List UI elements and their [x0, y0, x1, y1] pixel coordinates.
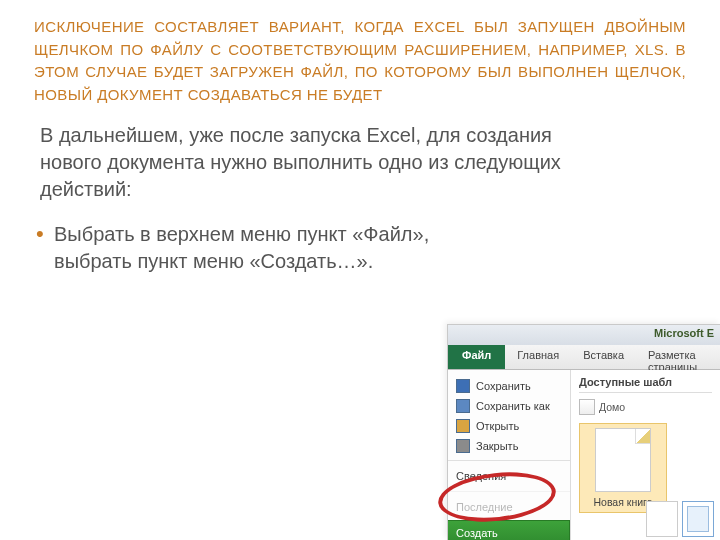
ribbon-tab-insert[interactable]: Вставка [571, 345, 636, 369]
menu-save[interactable]: Сохранить [448, 376, 570, 396]
menu-open[interactable]: Открыть [448, 416, 570, 436]
document-icon [595, 428, 651, 492]
menu-save-as[interactable]: Сохранить как [448, 396, 570, 416]
menu-info[interactable]: Сведения [448, 460, 570, 487]
slide: ИСКЛЮЧЕНИЕ СОСТАВЛЯЕТ ВАРИАНТ, КОГДА EXC… [0, 0, 720, 540]
ribbon-tab-home[interactable]: Главная [505, 345, 571, 369]
template-tile-new-workbook[interactable]: Новая книга [579, 423, 667, 513]
menu-label: Сохранить [476, 380, 531, 392]
breadcrumb-label: Домо [599, 401, 625, 413]
menu-label: Открыть [476, 420, 519, 432]
templates-header: Доступные шабл [579, 376, 712, 393]
menu-label: Сохранить как [476, 400, 550, 412]
intro-paragraph: В дальнейшем, уже после запуска Excel, д… [40, 122, 600, 203]
template-thumb[interactable] [646, 501, 678, 537]
excel-screenshot: Microsoft E Файл Главная Вставка Разметк… [447, 324, 720, 540]
backstage-menu: Сохранить Сохранить как Открыть Закрыть … [448, 370, 571, 540]
template-thumbs [646, 501, 714, 537]
ribbon-tab-file[interactable]: Файл [448, 345, 505, 369]
menu-label: Сведения [456, 470, 506, 482]
ribbon-tabs: Файл Главная Вставка Разметка страницы [448, 345, 720, 370]
menu-create[interactable]: Создать [448, 520, 570, 540]
ribbon-tab-page-layout[interactable]: Разметка страницы [636, 345, 720, 369]
home-icon[interactable] [579, 399, 595, 415]
save-as-icon [456, 399, 470, 413]
menu-label: Последние [456, 501, 513, 513]
menu-label: Закрыть [476, 440, 518, 452]
bullet-list: Выбрать в верхнем меню пункт «Файл», выб… [36, 221, 506, 275]
menu-recent[interactable]: Последние [448, 491, 570, 518]
slide-title: ИСКЛЮЧЕНИЕ СОСТАВЛЯЕТ ВАРИАНТ, КОГДА EXC… [34, 16, 686, 106]
menu-close[interactable]: Закрыть [448, 436, 570, 456]
menu-label: Создать [456, 527, 498, 539]
breadcrumb: Домо [579, 399, 712, 415]
backstage-content: Доступные шабл Домо Новая книга [571, 370, 720, 540]
excel-titlebar: Microsoft E [448, 325, 720, 345]
close-icon [456, 439, 470, 453]
backstage: Сохранить Сохранить как Открыть Закрыть … [448, 370, 720, 540]
open-icon [456, 419, 470, 433]
template-thumb[interactable] [682, 501, 714, 537]
bullet-item: Выбрать в верхнем меню пункт «Файл», выб… [36, 221, 506, 275]
save-icon [456, 379, 470, 393]
